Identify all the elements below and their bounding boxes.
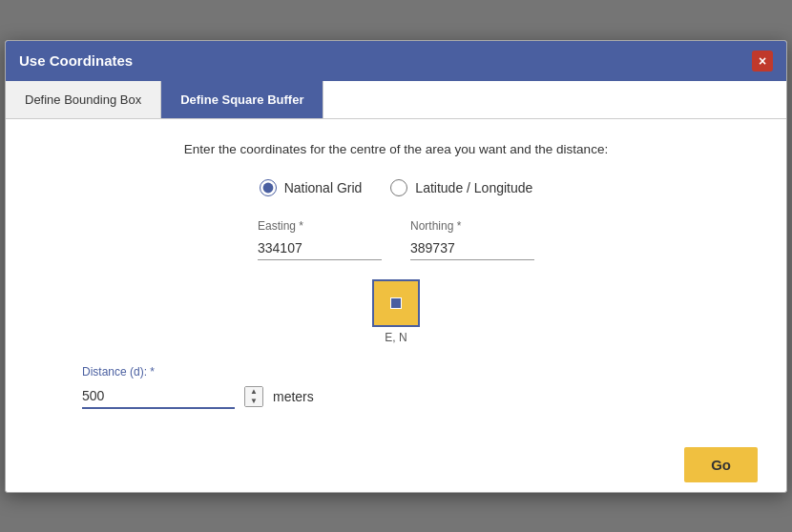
modal-header: Use Coordinates × (6, 41, 786, 81)
lat-lon-radio[interactable] (390, 179, 407, 196)
distance-spinner[interactable]: ▲ ▼ (244, 386, 263, 407)
tabs-container: Define Bounding Box Define Square Buffer (6, 81, 786, 119)
northing-input[interactable] (410, 236, 534, 260)
easting-input[interactable] (258, 236, 382, 260)
modal-body: Enter the coordinates for the centre of … (6, 119, 786, 438)
center-point-indicator (390, 297, 402, 309)
distance-section: Distance (d): * ▲ ▼ meters (34, 365, 758, 409)
distance-input[interactable] (82, 384, 235, 409)
use-coordinates-modal: Use Coordinates × Define Bounding Box De… (5, 40, 787, 493)
spinner-up-button[interactable]: ▲ (245, 387, 262, 397)
tab-define-bounding-box[interactable]: Define Bounding Box (6, 81, 161, 118)
lat-lon-option[interactable]: Latitude / Longitude (390, 179, 532, 196)
northing-field: Northing * (410, 219, 534, 260)
instruction-text: Enter the coordinates for the centre of … (34, 142, 758, 156)
go-button[interactable]: Go (684, 447, 758, 482)
tab-define-square-buffer[interactable]: Define Square Buffer (161, 81, 323, 118)
square-buffer-diagram (372, 279, 420, 327)
diagram-label: E, N (385, 331, 406, 344)
modal-footer: Go (6, 438, 786, 492)
lat-lon-label: Latitude / Longitude (415, 180, 532, 195)
easting-label: Easting * (258, 219, 382, 233)
coordinate-type-radio-group: National Grid Latitude / Longitude (34, 179, 758, 196)
coordinates-row: Easting * Northing * (34, 219, 758, 260)
national-grid-option[interactable]: National Grid (260, 179, 363, 196)
modal-close-button[interactable]: × (752, 51, 773, 72)
northing-label: Northing * (410, 219, 534, 233)
national-grid-radio[interactable] (260, 179, 277, 196)
modal-title: Use Coordinates (19, 52, 133, 69)
easting-field: Easting * (258, 219, 382, 260)
distance-row: ▲ ▼ meters (82, 384, 758, 409)
distance-unit: meters (273, 389, 314, 404)
diagram-area: E, N (34, 279, 758, 346)
spinner-down-button[interactable]: ▼ (245, 397, 262, 406)
distance-label: Distance (d): * (82, 365, 758, 379)
national-grid-label: National Grid (284, 180, 363, 195)
modal-overlay: Use Coordinates × Define Bounding Box De… (0, 0, 792, 532)
